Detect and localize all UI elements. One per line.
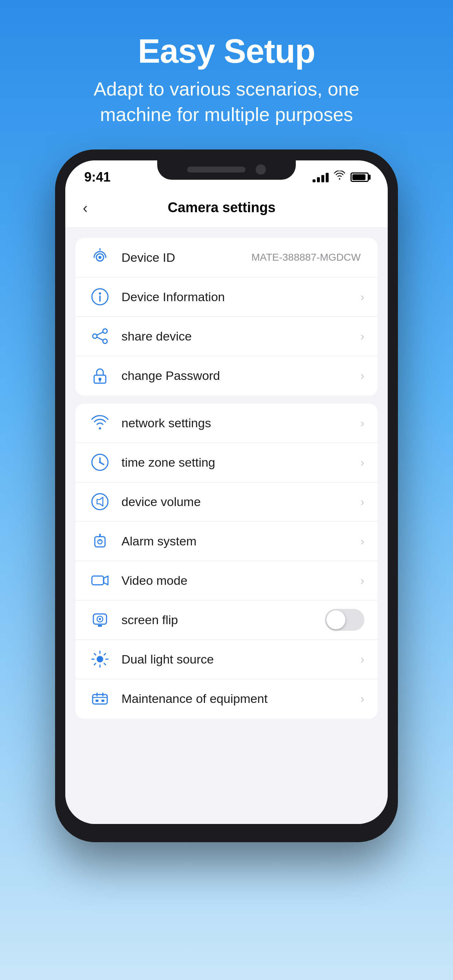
svg-point-8 bbox=[93, 334, 97, 338]
dual-light-label: Dual light source bbox=[121, 652, 357, 667]
svg-point-27 bbox=[97, 656, 103, 662]
video-mode-row[interactable]: Video mode › bbox=[75, 561, 378, 600]
back-button[interactable]: ‹ bbox=[80, 197, 91, 218]
maintenance-row[interactable]: Maintenance of equipment › bbox=[75, 679, 378, 719]
svg-rect-36 bbox=[93, 695, 107, 704]
status-time: 9:41 bbox=[84, 170, 110, 185]
screen-flip-label: screen flip bbox=[121, 613, 325, 627]
chevron-icon: › bbox=[360, 495, 364, 509]
notch-speaker bbox=[187, 167, 246, 172]
chevron-icon: › bbox=[360, 290, 364, 304]
chevron-icon: › bbox=[360, 369, 364, 382]
device-volume-label: device volume bbox=[121, 495, 357, 509]
chevron-icon: › bbox=[360, 652, 364, 666]
screen-flip-row[interactable]: screen flip bbox=[75, 600, 378, 640]
chevron-icon: › bbox=[360, 692, 364, 705]
header-subtitle: Adapt to various scenarios, one machine … bbox=[77, 76, 376, 127]
chevron-icon: › bbox=[360, 456, 364, 469]
share-device-row[interactable]: share device › bbox=[75, 317, 378, 356]
device-group: Device ID MATE-388887-MGDCW Device Infor… bbox=[75, 238, 378, 396]
signal-icon bbox=[313, 172, 329, 182]
svg-point-7 bbox=[103, 339, 107, 344]
wifi-status-icon bbox=[334, 170, 345, 183]
device-id-value: MATE-388887-MGDCW bbox=[251, 251, 361, 263]
wifi-icon bbox=[89, 412, 111, 434]
chevron-icon: › bbox=[360, 574, 364, 587]
header-title: Easy Setup bbox=[77, 33, 376, 70]
settings-group: network settings › time zone setting bbox=[75, 404, 378, 719]
info-icon bbox=[89, 285, 111, 308]
time-zone-label: time zone setting bbox=[121, 455, 357, 469]
svg-rect-40 bbox=[96, 700, 99, 702]
video-icon bbox=[89, 569, 111, 592]
share-icon bbox=[89, 325, 111, 347]
device-info-label: Device Information bbox=[121, 290, 357, 304]
device-id-label: Device ID bbox=[121, 250, 251, 265]
alarm-icon bbox=[89, 530, 111, 552]
chevron-icon: › bbox=[360, 535, 364, 548]
share-device-label: share device bbox=[121, 329, 357, 344]
svg-point-17 bbox=[99, 461, 101, 463]
screen-flip-toggle[interactable] bbox=[325, 609, 364, 631]
svg-point-18 bbox=[92, 494, 108, 510]
device-id-row[interactable]: Device ID MATE-388887-MGDCW bbox=[75, 238, 378, 277]
light-icon bbox=[89, 648, 111, 670]
change-password-row[interactable]: change Password › bbox=[75, 356, 378, 396]
alarm-system-label: Alarm system bbox=[121, 534, 357, 548]
phone-notch bbox=[157, 160, 296, 180]
svg-line-34 bbox=[104, 654, 106, 655]
svg-rect-41 bbox=[101, 700, 104, 702]
svg-line-9 bbox=[97, 332, 103, 335]
chevron-icon: › bbox=[360, 416, 364, 430]
nav-bar: ‹ Camera settings bbox=[65, 189, 388, 228]
svg-point-4 bbox=[99, 293, 101, 294]
svg-point-25 bbox=[99, 618, 101, 620]
phone-frame: 9:41 bbox=[55, 150, 398, 842]
svg-point-1 bbox=[99, 256, 101, 259]
svg-line-10 bbox=[97, 337, 103, 340]
dual-light-row[interactable]: Dual light source › bbox=[75, 640, 378, 679]
time-zone-row[interactable]: time zone setting › bbox=[75, 443, 378, 482]
flip-icon bbox=[89, 608, 111, 631]
battery-icon bbox=[351, 172, 369, 182]
video-mode-label: Video mode bbox=[121, 573, 357, 588]
change-password-label: change Password bbox=[121, 369, 357, 383]
device-information-row[interactable]: Device Information › bbox=[75, 277, 378, 317]
maintenance-label: Maintenance of equipment bbox=[121, 692, 357, 706]
header-section: Easy Setup Adapt to various scenarios, o… bbox=[77, 0, 376, 150]
volume-icon bbox=[89, 490, 111, 513]
maintenance-icon bbox=[89, 687, 111, 710]
svg-rect-22 bbox=[92, 576, 104, 585]
status-icons bbox=[313, 170, 369, 183]
notch-camera bbox=[256, 164, 266, 175]
network-settings-row[interactable]: network settings › bbox=[75, 404, 378, 443]
clock-icon bbox=[89, 451, 111, 474]
svg-line-33 bbox=[104, 663, 106, 665]
lock-icon bbox=[89, 364, 111, 387]
alarm-system-row[interactable]: Alarm system › bbox=[75, 522, 378, 561]
svg-point-6 bbox=[103, 329, 107, 333]
camera-icon bbox=[89, 246, 111, 269]
device-volume-row[interactable]: device volume › bbox=[75, 482, 378, 522]
chevron-icon: › bbox=[360, 329, 364, 343]
svg-rect-26 bbox=[98, 625, 102, 627]
phone-screen: 9:41 bbox=[65, 161, 388, 824]
svg-line-32 bbox=[94, 654, 96, 655]
network-settings-label: network settings bbox=[121, 416, 357, 430]
battery-fill bbox=[353, 174, 365, 180]
toggle-knob bbox=[327, 610, 345, 629]
svg-rect-19 bbox=[95, 537, 105, 547]
nav-title: Camera settings bbox=[91, 200, 353, 215]
settings-content: Device ID MATE-388887-MGDCW Device Infor… bbox=[65, 228, 388, 824]
svg-line-35 bbox=[94, 663, 96, 665]
